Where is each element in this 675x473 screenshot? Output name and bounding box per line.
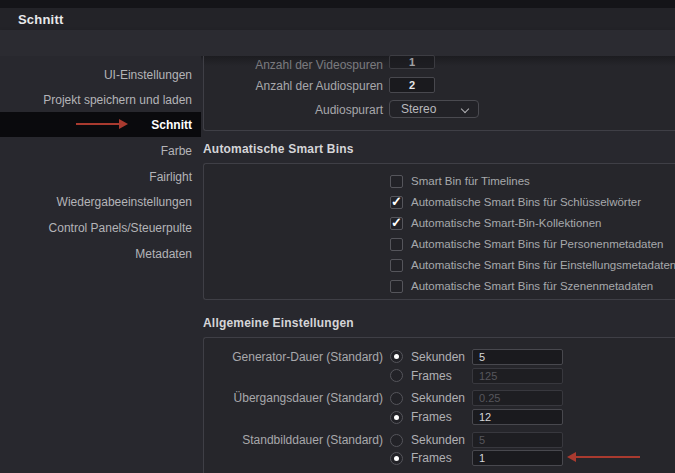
uebergang-frames-radio[interactable]: [390, 411, 403, 424]
standbild-sekunden-label: Sekunden: [411, 433, 465, 447]
generator-sekunden-radio[interactable]: [390, 350, 403, 363]
uebergang-sekunden-input[interactable]: [472, 390, 563, 406]
checkbox-row-schluesselwoerter[interactable]: ✓ Automatische Smart Bins für Schlüsselw…: [390, 195, 641, 209]
checkbox-row-einstellungsmetadaten[interactable]: Automatische Smart Bins für Einstellungs…: [390, 258, 675, 272]
audiospurart-value: Stereo: [401, 102, 436, 116]
checkbox-row-szenenmetadaten[interactable]: Automatische Smart Bins für Szenenmetada…: [390, 279, 653, 293]
settings-sidebar: UI-Einstellungen Projekt speichern und l…: [0, 56, 201, 473]
checkbox-row-kollektionen[interactable]: ✓ Automatische Smart-Bin-Kollektionen: [390, 216, 601, 230]
checkbox-unchecked-icon[interactable]: [390, 259, 403, 272]
checkbox-label: Automatische Smart Bins für Personenmeta…: [411, 238, 664, 250]
sidebar-item-fairlight[interactable]: Fairlight: [0, 164, 201, 189]
uebergangsdauer-label: Übergangsdauer (Standard): [203, 391, 383, 405]
checkbox-checked-icon[interactable]: ✓: [390, 196, 403, 209]
audiospuren-input[interactable]: [389, 77, 435, 93]
smart-bins-header: Automatische Smart Bins: [203, 142, 354, 156]
general-settings-header: Allgemeine Einstellungen: [203, 316, 354, 330]
standbilddauer-label: Standbilddauer (Standard): [203, 433, 383, 447]
checkbox-row-personenmetadaten[interactable]: Automatische Smart Bins für Personenmeta…: [390, 237, 664, 251]
audiospurart-label: Audiospurart: [203, 103, 383, 117]
checkbox-label: Automatische Smart Bins für Szenenmetada…: [411, 280, 653, 292]
tab-strip: System Benutzer: [0, 30, 675, 56]
checkbox-row-timelines[interactable]: Smart Bin für Timelines: [390, 174, 530, 188]
uebergang-sekunden-label: Sekunden: [411, 391, 465, 405]
dialog-title-bar: Schnitt: [0, 8, 675, 30]
sidebar-item-projekt-speichern[interactable]: Projekt speichern und laden: [0, 87, 201, 112]
settings-window: Schnitt System Benutzer UI-Einstellungen…: [0, 0, 675, 473]
audiospurart-dropdown[interactable]: Stereo: [389, 100, 479, 118]
standbild-frames-label: Frames: [411, 451, 452, 465]
uebergang-frames-label: Frames: [411, 410, 452, 424]
audiospuren-label: Anzahl der Audiospuren: [203, 79, 383, 93]
checkbox-label: Automatische Smart Bins für Schlüsselwör…: [411, 196, 641, 208]
generator-frames-label: Frames: [411, 369, 452, 383]
standbild-frames-radio[interactable]: [390, 452, 403, 465]
page-title: Schnitt: [18, 12, 63, 27]
chevron-down-icon: [461, 105, 469, 113]
uebergang-sekunden-radio[interactable]: [390, 392, 403, 405]
uebergang-frames-input[interactable]: [472, 409, 563, 425]
checkbox-unchecked-icon[interactable]: [390, 175, 403, 188]
sidebar-item-farbe[interactable]: Farbe: [0, 138, 201, 163]
sidebar-item-control-panels[interactable]: Control Panels/Steuerpulte: [0, 215, 201, 240]
generator-dauer-label: Generator-Dauer (Standard): [203, 350, 383, 364]
sidebar-item-wiedergabe[interactable]: Wiedergabeeinstellungen: [0, 189, 201, 214]
generator-sekunden-label: Sekunden: [411, 350, 465, 364]
app-background-strip: [0, 0, 675, 8]
generator-frames-input[interactable]: [472, 368, 563, 384]
standbild-frames-input[interactable]: [472, 450, 563, 466]
sidebar-item-ui-einstellungen[interactable]: UI-Einstellungen: [0, 62, 201, 87]
videospuren-input[interactable]: [389, 55, 435, 69]
generator-sekunden-input[interactable]: [472, 349, 563, 365]
checkbox-label: Smart Bin für Timelines: [411, 175, 530, 187]
standbild-sekunden-input[interactable]: [472, 432, 563, 448]
standbild-sekunden-radio[interactable]: [390, 434, 403, 447]
generator-frames-radio[interactable]: [390, 369, 403, 382]
sidebar-item-metadaten[interactable]: Metadaten: [0, 241, 201, 266]
checkbox-label: Automatische Smart-Bin-Kollektionen: [411, 217, 601, 229]
videospuren-label: Anzahl der Videospuren: [203, 58, 383, 72]
checkbox-unchecked-icon[interactable]: [390, 280, 403, 293]
checkbox-checked-icon[interactable]: ✓: [390, 217, 403, 230]
checkbox-unchecked-icon[interactable]: [390, 238, 403, 251]
checkbox-label: Automatische Smart Bins für Einstellungs…: [411, 259, 675, 271]
